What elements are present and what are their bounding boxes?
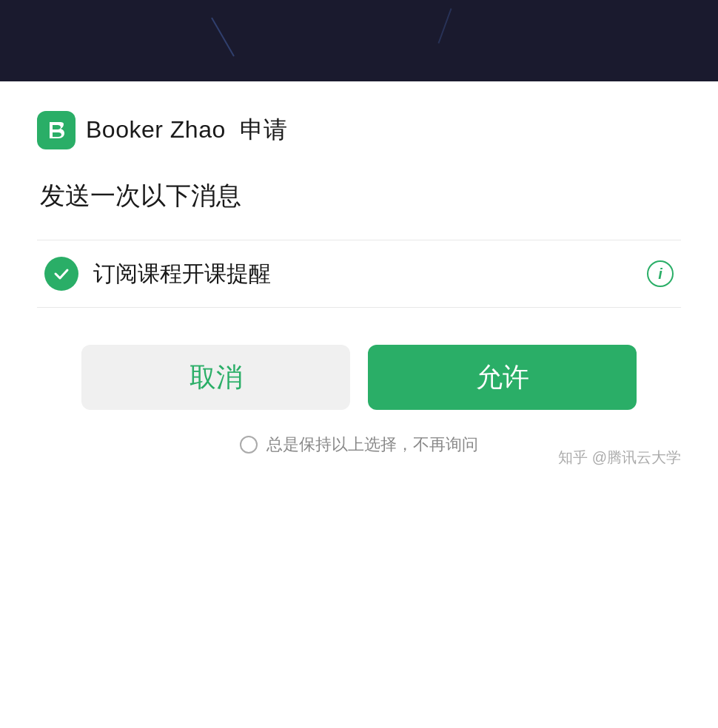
remember-label: 总是保持以上选择，不再询问 — [266, 434, 478, 456]
header-title: Booker Zhao 申请 — [86, 114, 288, 146]
watermark: 知乎 @腾讯云大学 — [558, 448, 681, 468]
header-row: Booker Zhao 申请 — [37, 111, 681, 149]
permission-label: 订阅课程开课提醒 — [93, 259, 632, 289]
permission-row: 订阅课程开课提醒 i — [37, 240, 681, 308]
top-dark-area — [0, 0, 718, 81]
app-icon — [37, 111, 76, 149]
allow-button[interactable]: 允许 — [368, 345, 637, 410]
b-icon — [45, 119, 67, 141]
check-icon — [44, 257, 78, 291]
buttons-row: 取消 允许 — [37, 345, 681, 410]
cancel-button[interactable]: 取消 — [81, 345, 350, 410]
radio-empty-icon[interactable] — [240, 436, 258, 454]
info-icon[interactable]: i — [647, 260, 674, 287]
dialog-subtitle: 发送一次以下消息 — [37, 179, 681, 213]
checkmark-icon — [52, 264, 71, 283]
dialog-container: Booker Zhao 申请 发送一次以下消息 订阅课程开课提醒 i 取消 允许… — [0, 81, 718, 478]
